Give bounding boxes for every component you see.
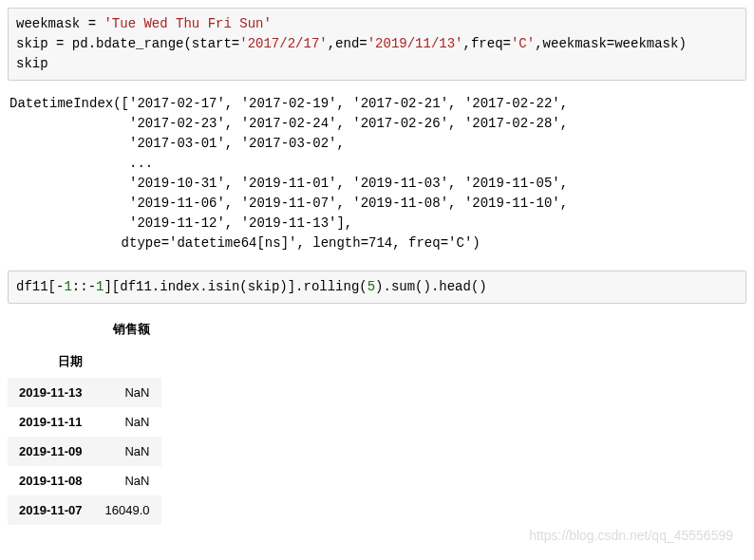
table-row: 2019-11-09 NaN — [8, 437, 161, 466]
code-cell-1: weekmask = 'Tue Wed Thu Fri Sun' skip = … — [8, 8, 746, 81]
table-row: 2019-11-07 16049.0 — [8, 495, 161, 525]
code-line-1: weekmask = 'Tue Wed Thu Fri Sun' — [16, 16, 272, 31]
row-value: NaN — [94, 407, 161, 437]
table-header-row: 销售额 — [8, 313, 161, 345]
table-row: 2019-11-11 NaN — [8, 407, 161, 437]
code-line: df11[-1::-1][df11.index.isin(skip)].roll… — [16, 279, 487, 294]
output-text-1: DatetimeIndex(['2017-02-17', '2017-02-19… — [8, 90, 746, 261]
row-date: 2019-11-07 — [8, 495, 94, 525]
row-date: 2019-11-13 — [8, 378, 94, 407]
row-value: NaN — [94, 378, 161, 407]
row-date: 2019-11-11 — [8, 407, 94, 437]
row-value: NaN — [94, 466, 161, 495]
table-row: 2019-11-13 NaN — [8, 378, 161, 407]
row-value: 16049.0 — [94, 495, 161, 525]
code-line-3: skip — [16, 56, 48, 71]
column-header-sales: 销售额 — [94, 313, 161, 345]
row-date: 2019-11-09 — [8, 437, 94, 466]
row-value: NaN — [94, 437, 161, 466]
table-index-row: 日期 — [8, 345, 161, 378]
dataframe-output: 销售额 日期 2019-11-13 NaN 2019-11-11 NaN 201… — [8, 313, 161, 525]
row-date: 2019-11-08 — [8, 466, 94, 495]
watermark: https://blog.csdn.net/qq_45556599 — [529, 528, 733, 543]
code-cell-2: df11[-1::-1][df11.index.isin(skip)].roll… — [8, 271, 746, 304]
index-label: 日期 — [8, 345, 94, 378]
table-row: 2019-11-08 NaN — [8, 466, 161, 495]
code-line-2: skip = pd.bdate_range(start='2017/2/17',… — [16, 36, 687, 51]
